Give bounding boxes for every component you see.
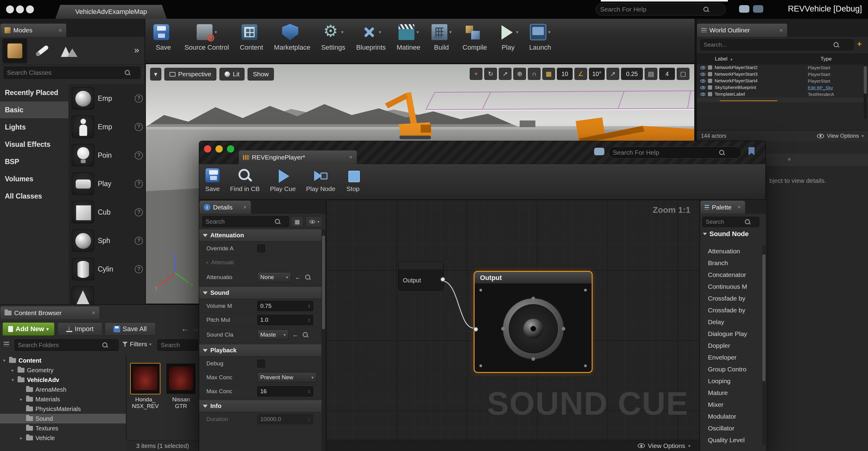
expand-arrow-icon[interactable]: ▸	[207, 260, 209, 265]
modes-category[interactable]: Recently Placed	[0, 84, 68, 101]
folder-tree-item[interactable]: ▸ Vehicle	[0, 433, 126, 443]
output-pin-icon[interactable]	[440, 277, 445, 282]
palette-item[interactable]: Attenuation	[700, 245, 763, 257]
pitch-multiplier-field[interactable]: 1.0↕	[257, 315, 313, 325]
overflow-chevrons-icon[interactable]: »	[134, 45, 139, 55]
placeable-item[interactable]: Emp ?	[69, 84, 145, 113]
help-search[interactable]	[596, 3, 726, 16]
tab-details[interactable]: Details ×	[199, 200, 251, 214]
window-zoom-button[interactable]	[227, 145, 234, 153]
level-tab[interactable]: VehicleAdvExampleMap	[55, 5, 167, 19]
toolbar-button[interactable]: ▾ Content	[240, 22, 263, 52]
search-assets-box[interactable]	[157, 339, 198, 351]
tab-world-outliner[interactable]: World Outliner ×	[697, 23, 787, 37]
palette-item[interactable]: Mixer	[700, 399, 763, 411]
rotation-snap-icon[interactable]: ∠	[575, 68, 587, 80]
output-node[interactable]: Output	[474, 271, 593, 373]
dropdown-arrow-icon[interactable]: ▾	[215, 29, 217, 35]
palette-item[interactable]: Branch	[700, 257, 763, 269]
window-close-button[interactable]	[204, 145, 211, 153]
new-filter-icon[interactable]: +	[857, 39, 862, 49]
toolbar-button[interactable]: ▾ Compile	[462, 22, 487, 52]
visibility-eye-icon[interactable]	[700, 86, 706, 89]
placeable-item[interactable]: Sph ?	[69, 227, 145, 255]
rotate-tool-icon[interactable]: ↻	[484, 68, 497, 80]
search-folders-input[interactable]	[18, 342, 100, 349]
close-icon[interactable]: ×	[787, 156, 791, 163]
show-flags-button[interactable]: Show	[248, 68, 274, 81]
grid-snap-icon[interactable]: ▦	[542, 68, 555, 80]
visibility-eye-icon[interactable]	[700, 79, 706, 83]
view-options-button[interactable]: View Options ▾	[817, 133, 864, 139]
browse-asset-icon[interactable]	[302, 332, 308, 338]
visibility-eye-icon[interactable]	[700, 73, 706, 76]
palette-item[interactable]: Looping	[700, 375, 763, 387]
search-folders-box[interactable]	[14, 339, 119, 351]
outliner-row[interactable]: NetworkPlayerStart4 PlayerStart	[697, 78, 868, 84]
max-concurrent-dropdown[interactable]: Prevent New ▾	[257, 372, 317, 383]
folder-tree-item[interactable]: PhysicsMaterials	[0, 404, 126, 414]
placeable-item[interactable]: Cylin ?	[69, 255, 145, 283]
toolbar-button[interactable]: ▾ Build	[431, 22, 452, 52]
landscape-mode-button[interactable]	[57, 38, 82, 63]
max-concurrent-count-field[interactable]: 16↕	[257, 386, 313, 396]
use-selected-asset-icon[interactable]: ←	[292, 331, 299, 338]
expander-icon[interactable]: ▸	[19, 396, 24, 402]
paint-mode-button[interactable]	[30, 38, 55, 63]
outliner-row[interactable]: SkySphereBlueprint Edit BP_Sky	[697, 84, 868, 91]
visibility-eye-icon[interactable]	[700, 93, 706, 96]
folder-tree-item[interactable]: ArenaMesh	[0, 385, 126, 394]
expander-icon[interactable]: ▾	[10, 377, 15, 383]
maximize-viewport-icon[interactable]: ▢	[677, 68, 689, 80]
sound-cue-graph[interactable]: Zoom 1:1 Output Output	[326, 200, 700, 440]
dropdown-arrow-icon[interactable]: ▾	[379, 29, 381, 35]
camera-speed-icon[interactable]: ▤	[645, 68, 657, 80]
palette-item[interactable]: Delay	[700, 316, 763, 328]
palette-item[interactable]: Oscillator	[700, 422, 763, 434]
folder-tree-item[interactable]: ▸ Geometry	[0, 365, 126, 375]
placeable-item[interactable]: Play ?	[69, 170, 145, 198]
tab-modes[interactable]: Modes ×	[0, 23, 67, 37]
asset-tile[interactable]: Honda_NSX_REV	[130, 363, 160, 410]
palette-item[interactable]: Crossfade by	[700, 304, 763, 316]
source-node[interactable]: Output	[398, 262, 444, 291]
cue-help-search-input[interactable]	[613, 149, 719, 156]
add-new-button[interactable]: Add New ▾	[2, 322, 55, 336]
close-icon[interactable]: ×	[240, 204, 247, 211]
chat-icon[interactable]	[594, 148, 604, 155]
debug-checkbox[interactable]	[257, 360, 265, 367]
perspective-button[interactable]: Perspective	[164, 68, 217, 81]
folder-tree-item[interactable]: ▾ Content	[0, 356, 126, 365]
close-icon[interactable]: ×	[55, 27, 62, 34]
attenuation-asset-dropdown[interactable]: None ▾	[257, 272, 291, 282]
section-header-sound[interactable]: Sound	[199, 287, 322, 299]
toolbar-button[interactable]: ▾ Source Control	[185, 22, 229, 52]
sources-toggle-icon[interactable]	[4, 342, 9, 346]
toolbar-button[interactable]: ▾ Marketplace	[274, 22, 310, 52]
scale-snap-icon[interactable]: ↗	[607, 68, 619, 80]
palette-item[interactable]: Group Contro	[700, 363, 763, 375]
column-type[interactable]: Type	[820, 56, 832, 62]
details-scrollbar[interactable]	[321, 230, 326, 451]
search-assets-input[interactable]	[161, 342, 191, 349]
modes-category[interactable]: Basic	[0, 101, 68, 119]
asset-tile[interactable]: NissanGTR	[166, 363, 196, 410]
section-header-playback[interactable]: Playback	[199, 344, 322, 357]
column-label[interactable]: Label	[715, 56, 727, 62]
place-mode-button[interactable]	[2, 38, 27, 63]
palette-item[interactable]: Modulator	[700, 411, 763, 422]
modes-category[interactable]: Lights	[0, 119, 68, 136]
modes-category[interactable]: Visual Effects	[0, 136, 68, 153]
spinner-icon[interactable]: ↕	[308, 303, 310, 309]
display-filter-button[interactable]: ▾	[305, 216, 322, 227]
toolbar-button[interactable]: ▾ Blueprints	[356, 22, 386, 52]
expander-icon[interactable]: ▸	[10, 367, 15, 373]
expander-icon[interactable]: ▾	[2, 358, 7, 363]
outliner-search-box[interactable]	[700, 39, 854, 50]
details-search-box[interactable]	[202, 216, 289, 227]
placeable-item[interactable]: Poin ?	[69, 141, 145, 170]
feedback-icon[interactable]	[753, 5, 763, 13]
palette-item[interactable]: Crossfade by	[700, 292, 763, 304]
toolbar-button[interactable]: ▾ Play	[498, 22, 519, 52]
graph-view-options-button[interactable]: View Options	[648, 442, 685, 450]
